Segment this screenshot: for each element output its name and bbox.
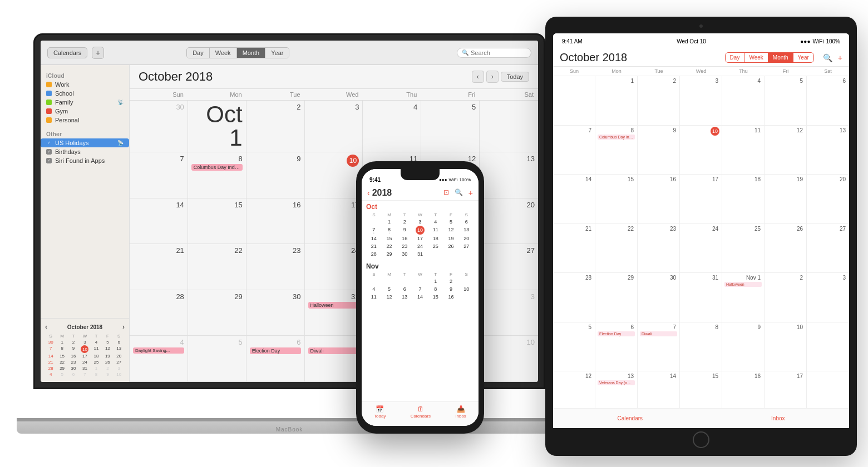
iphone-oct-day[interactable]: 11 bbox=[428, 226, 443, 235]
iphone-oct-day[interactable]: 13 bbox=[458, 226, 474, 235]
ipad-cell[interactable]: 1 bbox=[595, 76, 638, 125]
ipad-cell[interactable]: 20 bbox=[807, 175, 849, 223]
mini-day-7-next[interactable]: 7 bbox=[79, 371, 90, 377]
iphone-oct-today[interactable]: 10 bbox=[416, 226, 425, 235]
ipad-cell[interactable]: 30 bbox=[638, 273, 680, 322]
mini-day-13[interactable]: 13 bbox=[114, 345, 125, 353]
halloween-event[interactable]: Halloween bbox=[308, 302, 359, 309]
mini-day-5-next[interactable]: 5 bbox=[56, 371, 67, 377]
mini-day-17[interactable]: 17 bbox=[79, 353, 90, 359]
ipad-cell[interactable]: 23 bbox=[638, 224, 680, 273]
iphone-oct-day[interactable]: 15 bbox=[382, 235, 397, 242]
cell-oct8[interactable]: 8 Columbus Day Indigenous Peo... bbox=[188, 152, 246, 198]
iphone-oct-day[interactable]: 30 bbox=[397, 250, 412, 258]
ipad-cell[interactable]: 26 bbox=[765, 224, 807, 273]
ipad-day-btn[interactable]: Day bbox=[726, 53, 745, 62]
mini-day-15[interactable]: 15 bbox=[56, 353, 67, 359]
mini-day-22[interactable]: 22 bbox=[56, 359, 67, 365]
cell-oct29[interactable]: 29 bbox=[188, 290, 246, 336]
mini-day-24[interactable]: 24 bbox=[79, 359, 90, 365]
ipad-cell[interactable]: 18 bbox=[722, 175, 765, 223]
ipad-halloween-event[interactable]: Halloween bbox=[724, 282, 762, 287]
mini-day-9-next[interactable]: 9 bbox=[102, 371, 113, 377]
iphone-search-icon[interactable]: 🔍 bbox=[455, 188, 463, 197]
iphone-add-icon[interactable]: + bbox=[468, 188, 473, 197]
iphone-calendar-icon[interactable]: ⊡ bbox=[443, 188, 449, 197]
sidebar-item-work[interactable]: Work bbox=[41, 80, 129, 89]
sidebar-item-personal[interactable]: Personal bbox=[41, 116, 129, 125]
mini-day-6[interactable]: 6 bbox=[114, 339, 125, 345]
cell-oct22[interactable]: 22 bbox=[188, 244, 246, 290]
mini-day-2[interactable]: 2 bbox=[68, 339, 79, 345]
ipad-cell[interactable]: 28 bbox=[553, 273, 595, 322]
cell-oct27[interactable]: 27 bbox=[480, 244, 538, 290]
mini-day-4[interactable]: 4 bbox=[91, 339, 102, 345]
cell-oct21[interactable]: 21 bbox=[130, 244, 188, 290]
mini-day-4-next[interactable]: 4 bbox=[45, 371, 56, 377]
sidebar-item-family[interactable]: Family 📡 bbox=[41, 98, 129, 107]
ipad-cell[interactable]: Nov 1 Halloween bbox=[722, 273, 765, 322]
mini-day-27[interactable]: 27 bbox=[114, 359, 125, 365]
cell-oct13[interactable]: 13 bbox=[480, 152, 538, 198]
ipad-cell[interactable]: 14 bbox=[553, 175, 595, 223]
ipad-cell[interactable]: 21 bbox=[553, 224, 595, 273]
mini-day-16[interactable]: 16 bbox=[68, 353, 79, 359]
ipad-search-icon[interactable]: 🔍 bbox=[823, 53, 832, 62]
iphone-nov-day[interactable]: 8 bbox=[428, 285, 443, 293]
ipad-cell[interactable]: 11 bbox=[722, 126, 765, 175]
ipad-year-btn[interactable]: Year bbox=[793, 53, 813, 62]
ipad-cell[interactable] bbox=[807, 322, 849, 371]
iphone-oct-day[interactable]: 25 bbox=[428, 242, 443, 250]
year-view-btn[interactable]: Year bbox=[265, 48, 289, 58]
ipad-cell[interactable]: 3 bbox=[680, 76, 722, 125]
mini-day-3-next[interactable]: 3 bbox=[114, 365, 125, 371]
iphone-oct-day[interactable]: 6 bbox=[458, 218, 474, 226]
iphone-oct-day[interactable]: 9 bbox=[397, 226, 412, 235]
mini-day-8[interactable]: 8 bbox=[56, 345, 67, 353]
cell-oct15[interactable]: 15 bbox=[188, 198, 246, 244]
ipad-week-btn[interactable]: Week bbox=[744, 53, 768, 62]
election-day-event[interactable]: Election Day bbox=[250, 347, 301, 354]
mini-day-9[interactable]: 9 bbox=[68, 345, 79, 353]
iphone-nov-day[interactable]: 4 bbox=[366, 285, 382, 293]
ipad-cell[interactable]: 2 bbox=[765, 273, 807, 322]
today-button[interactable]: Today bbox=[501, 72, 529, 82]
cell-oct4[interactable]: 4 bbox=[363, 101, 421, 152]
iphone-oct-day[interactable]: 16 bbox=[397, 235, 412, 242]
cell-oct9[interactable]: 9 bbox=[246, 152, 305, 198]
iphone-nov-day[interactable]: 5 bbox=[382, 285, 397, 293]
mini-day-6-next[interactable]: 6 bbox=[68, 371, 79, 377]
sidebar-item-us-holidays[interactable]: ✓ US Holidays 📡 bbox=[41, 138, 129, 147]
sidebar-item-siri[interactable]: ✓ Siri Found in Apps bbox=[41, 156, 129, 165]
search-input[interactable] bbox=[471, 49, 526, 56]
ipad-cell[interactable]: 7 Diwali bbox=[638, 322, 680, 371]
iphone-nov-day[interactable]: 9 bbox=[443, 285, 459, 293]
mini-day-28[interactable]: 28 bbox=[45, 365, 56, 371]
cell-nov4[interactable]: 4 Daylight Saving... bbox=[130, 336, 188, 381]
iphone-oct-day[interactable]: 7 bbox=[366, 226, 382, 235]
mini-day-14[interactable]: 14 bbox=[45, 353, 56, 359]
columbus-day-event[interactable]: Columbus Day Indigenous Peo... bbox=[191, 164, 243, 171]
search-bar[interactable]: 🔍 bbox=[457, 48, 531, 58]
cell-oct23[interactable]: 23 bbox=[246, 244, 305, 290]
iphone-oct-day[interactable]: 26 bbox=[443, 242, 459, 250]
cell-oct16[interactable]: 16 bbox=[246, 198, 305, 244]
ipad-columbus-event[interactable]: Columbus Day Indigenous Peop... bbox=[598, 135, 635, 140]
iphone-oct-day[interactable]: 2 bbox=[397, 218, 412, 226]
cell-nov5[interactable]: 5 bbox=[188, 336, 246, 381]
ipad-cell[interactable]: 8 Columbus Day Indigenous Peop... bbox=[595, 126, 638, 175]
cell-oct10[interactable]: 10 bbox=[305, 152, 363, 198]
iphone-nov-day[interactable]: 10 bbox=[458, 285, 474, 293]
ipad-cell[interactable]: 16 bbox=[638, 175, 680, 223]
ipad-cell[interactable]: 25 bbox=[722, 224, 765, 273]
ipad-cell[interactable]: 6 Election Day bbox=[595, 322, 638, 371]
ipad-election-event[interactable]: Election Day bbox=[598, 331, 635, 336]
cell-nov3[interactable]: 3 bbox=[480, 290, 538, 336]
add-calendar-button[interactable]: + bbox=[92, 47, 104, 59]
ipad-cell[interactable]: 5 bbox=[553, 322, 595, 371]
ipad-cell[interactable]: 9 bbox=[722, 322, 765, 371]
cell-oct20[interactable]: 20 bbox=[480, 198, 538, 244]
ipad-cell[interactable]: 3 bbox=[807, 273, 849, 322]
mini-cal-next[interactable]: › bbox=[122, 323, 125, 331]
iphone-nov-day[interactable]: 12 bbox=[382, 293, 397, 301]
